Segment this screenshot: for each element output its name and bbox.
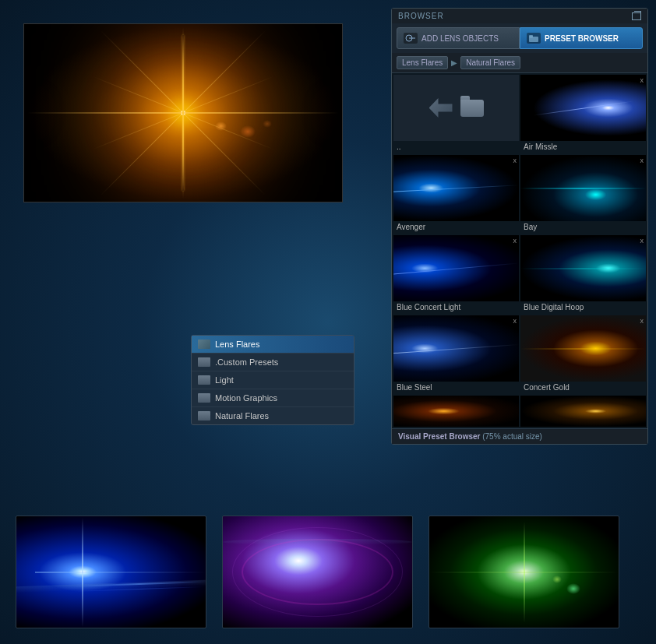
blue-digital-close[interactable]: x [640, 237, 644, 245]
more2-thumb [520, 396, 646, 427]
custom-presets-menu-label: .Custom Presets [215, 357, 278, 367]
natural-flares-menu-icon [198, 411, 210, 421]
avenger-close[interactable]: x [513, 157, 517, 164]
visual-preset-size: (75% actual size) [482, 432, 542, 441]
grid-cell-blue-concert[interactable]: x Blue Concert Light [393, 235, 519, 314]
air-missle-close[interactable]: x [640, 76, 644, 84]
grid-cell-bay[interactable]: x Bay [520, 155, 646, 234]
lens-flares-menu-label: Lens Flares [215, 340, 259, 349]
browser-toolbar: ADD LENS OBJECTS PRESET BROWSER [392, 23, 647, 53]
breadcrumb-lens-flares[interactable]: Lens Flares [397, 56, 448, 69]
light-menu-icon [198, 375, 210, 385]
back-cell-thumb [393, 75, 519, 141]
blue-concert-label: Blue Concert Light [393, 301, 519, 314]
bottom-preview-row [16, 516, 619, 628]
concert-gold-thumb: x [520, 315, 646, 382]
bottom-preview-pink-flare[interactable] [222, 516, 413, 628]
lens-menu: Lens Flares .Custom Presets Light Motion… [191, 335, 354, 425]
svg-rect-2 [529, 37, 538, 42]
blue-steel-thumb: x [393, 315, 519, 382]
grid-cell-more2[interactable] [520, 396, 646, 427]
back-arrow-icon [429, 98, 453, 118]
grid-cell-back[interactable]: .. [393, 75, 519, 153]
lens-menu-item-lens-flares[interactable]: Lens Flares [192, 336, 354, 354]
add-lens-icon [404, 33, 418, 44]
grid-cell-avenger[interactable]: x Avenger [393, 155, 519, 234]
breadcrumb-natural-flares[interactable]: Natural Flares [460, 56, 520, 69]
grid-cell-blue-digital[interactable]: x Blue Digital Hoop [520, 235, 646, 314]
add-lens-label: ADD LENS OBJECTS [421, 34, 499, 43]
breadcrumb: Lens Flares ▶ Natural Flares [392, 53, 647, 73]
preset-browser-label: PRESET BROWSER [545, 34, 619, 43]
air-missle-thumb: x [520, 75, 646, 141]
blue-digital-thumb: x [520, 235, 646, 301]
natural-flares-menu-label: Natural Flares [215, 411, 269, 421]
concert-gold-close[interactable]: x [640, 317, 644, 325]
preset-browser-button[interactable]: PRESET BROWSER [520, 27, 643, 49]
bay-label: Bay [520, 221, 646, 234]
main-preview [23, 23, 343, 202]
grid-cell-blue-steel[interactable]: x Blue Steel [393, 315, 519, 394]
blue-steel-close[interactable]: x [513, 317, 517, 325]
preset-grid: .. x Air Missle x Avenger x Bay [392, 73, 647, 428]
folder-icon [460, 100, 484, 117]
grid-cell-more1[interactable] [393, 396, 519, 427]
lens-menu-item-custom-presets[interactable]: .Custom Presets [192, 354, 354, 371]
light-menu-label: Light [215, 375, 234, 385]
grid-cell-air-missle[interactable]: x Air Missle [520, 75, 646, 153]
visual-preset-footer: Visual Preset Browser (75% actual size) [392, 428, 647, 444]
grid-cell-concert-gold[interactable]: x Concert Gold [520, 315, 646, 394]
blue-steel-label: Blue Steel [393, 382, 519, 394]
svg-rect-3 [529, 35, 533, 37]
browser-panel: BROWSER ADD LENS OBJECTS PRESET BROWSER [391, 8, 648, 445]
air-missle-label: Air Missle [520, 141, 646, 153]
blue-digital-label: Blue Digital Hoop [520, 301, 646, 314]
main-preview-image [24, 24, 342, 202]
browser-title-label: BROWSER [398, 12, 444, 20]
more1-thumb [393, 396, 519, 427]
visual-preset-label-text: Visual Preset Browser [398, 432, 480, 441]
concert-gold-label: Concert Gold [520, 382, 646, 394]
preset-browser-icon [527, 33, 541, 44]
motion-graphics-menu-label: Motion Graphics [215, 393, 277, 403]
back-cell-label: .. [393, 141, 519, 153]
bottom-preview-blue-star[interactable] [16, 516, 206, 628]
blue-concert-thumb: x [393, 235, 519, 301]
lens-menu-item-light[interactable]: Light [192, 371, 354, 389]
avenger-thumb: x [393, 155, 519, 221]
motion-graphics-menu-icon [198, 393, 210, 403]
bay-thumb: x [520, 155, 646, 221]
bay-close[interactable]: x [640, 157, 644, 164]
add-lens-objects-button[interactable]: ADD LENS OBJECTS [397, 27, 520, 49]
custom-presets-menu-icon [198, 357, 210, 367]
browser-restore-button[interactable] [632, 12, 641, 20]
bottom-preview-green-flare[interactable] [429, 516, 619, 628]
lens-flares-menu-icon [198, 340, 210, 349]
lens-menu-item-natural-flares[interactable]: Natural Flares [192, 407, 354, 424]
blue-concert-close[interactable]: x [513, 237, 517, 245]
lens-menu-item-motion-graphics[interactable]: Motion Graphics [192, 389, 354, 407]
avenger-label: Avenger [393, 221, 519, 234]
browser-title-bar: BROWSER [392, 9, 647, 23]
breadcrumb-separator: ▶ [451, 58, 457, 67]
